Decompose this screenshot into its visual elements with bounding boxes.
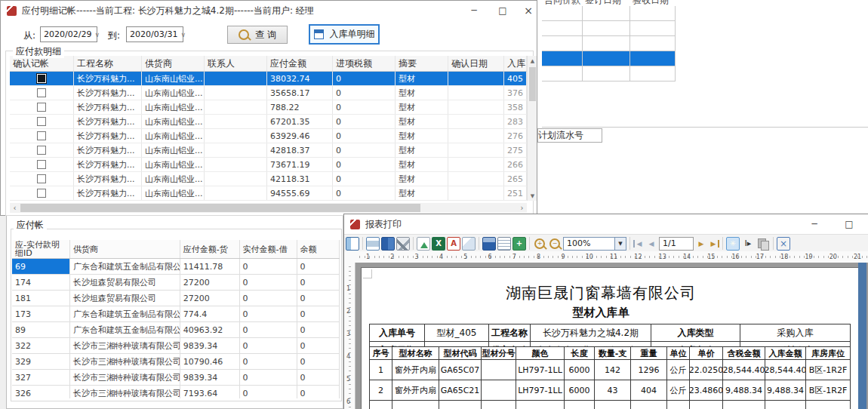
- table-row[interactable]: [542, 21, 676, 36]
- table-row[interactable]: 长沙万科魅力...山东南山铝业...73671.190型材266: [10, 158, 527, 172]
- confirm-checkbox[interactable]: [37, 117, 46, 126]
- column-header[interactable]: 供货商: [142, 56, 205, 71]
- excel-export-icon[interactable]: X: [432, 237, 445, 251]
- maximize-button[interactable]: □: [491, 2, 514, 20]
- confirm-checkbox[interactable]: [37, 189, 46, 198]
- table-row[interactable]: 长沙万科魅力...山东南山铝业...35658.170型材376: [10, 86, 527, 100]
- column-header[interactable]: 验收日期: [630, 0, 676, 6]
- table-row[interactable]: 长沙万科魅力...山东南山铝业...42118.310型材265: [10, 172, 527, 186]
- column-header[interactable]: 联系人: [205, 56, 267, 71]
- table-row[interactable]: [542, 66, 676, 81]
- previous-page-button[interactable]: ◀: [645, 240, 657, 248]
- checkbox-cell[interactable]: [10, 129, 74, 143]
- payable-account-grid[interactable]: 应-实付款明细ID供货商应付金额-货实付金额-借余额69广东合和建筑五金制品有限…: [12, 240, 340, 398]
- column-header[interactable]: 实付金额-借: [240, 240, 297, 258]
- pdf-export-icon[interactable]: A: [447, 237, 460, 251]
- column-header[interactable]: 应-实付款明细ID: [12, 240, 70, 258]
- preview-right-band[interactable]: [858, 263, 866, 409]
- table-row[interactable]: 173广东合和建筑五金制品有限公司774.400: [12, 306, 340, 322]
- column-header[interactable]: 余额: [297, 240, 340, 258]
- scroll-down-icon[interactable]: ▼: [528, 191, 537, 201]
- first-page-button[interactable]: ◀: [633, 240, 644, 248]
- mail-icon[interactable]: [462, 237, 476, 251]
- query-button[interactable]: 查 询: [227, 26, 288, 44]
- minimize-button[interactable]: ─: [463, 2, 485, 20]
- from-date-select[interactable]: 2020/02/29 ∨: [40, 26, 97, 42]
- last-page-button[interactable]: ▶: [709, 240, 719, 248]
- archive-icon[interactable]: +: [512, 237, 526, 251]
- minimize-button[interactable]: ─: [803, 215, 826, 233]
- print-preview-area[interactable]: 123456 湖南巨晟门窗幕墙有限公司 型材入库单 入库单号型材_405工程名称…: [344, 263, 868, 409]
- side-panel-icon[interactable]: [346, 237, 359, 251]
- confirm-checkbox[interactable]: [37, 174, 46, 183]
- column-header[interactable]: 进项税额: [333, 56, 396, 71]
- payable-detail-grid[interactable]: 确认记帐工程名称供货商联系人应付金额进项税额摘要确认日期入库长沙万科魅力...山…: [10, 56, 527, 201]
- text-select-tool-icon[interactable]: I▸: [741, 237, 755, 251]
- zoom-out-icon[interactable]: −: [548, 237, 562, 251]
- table-row[interactable]: 89广东合和建筑五金制品有限公司40963.9200: [12, 322, 340, 338]
- page-setup-icon[interactable]: [381, 237, 395, 251]
- table-row[interactable]: 174长沙坦森贸易有限公司2720000: [12, 275, 340, 291]
- table-row[interactable]: 69广东合和建筑五金制品有限公司11411.7800: [12, 259, 340, 275]
- tools-icon[interactable]: [396, 237, 410, 251]
- table-row[interactable]: 长沙万科魅力...山东南山铝业...94555.690型材251: [10, 186, 527, 201]
- column-header[interactable]: 签订日期: [583, 0, 630, 6]
- zoom-level-select[interactable]: 100% ▼: [563, 237, 626, 251]
- column-header[interactable]: 确认记帐: [10, 56, 74, 71]
- hand-tool-icon[interactable]: ✳: [726, 237, 740, 251]
- maximize-button[interactable]: □: [838, 215, 860, 233]
- confirm-checkbox[interactable]: [37, 146, 46, 155]
- column-header[interactable]: 应付金额-货: [180, 240, 240, 258]
- confirm-checkbox[interactable]: [37, 74, 46, 83]
- save-icon[interactable]: [482, 237, 496, 251]
- scroll-left-icon[interactable]: ‹: [10, 203, 20, 213]
- scrollbar-thumb[interactable]: [20, 204, 420, 212]
- document-icon[interactable]: [497, 237, 511, 251]
- print-icon[interactable]: [366, 237, 380, 251]
- next-page-button[interactable]: ▶: [695, 240, 707, 248]
- confirm-checkbox[interactable]: [37, 88, 46, 97]
- table-row[interactable]: 长沙万科魅力...山东南山铝业...63929.460型材276: [10, 129, 527, 143]
- plan-serial-field[interactable]: 计划流水号: [537, 128, 602, 143]
- checkbox-cell[interactable]: [10, 158, 74, 171]
- scroll-up-icon[interactable]: ▲: [528, 56, 537, 66]
- copy-icon[interactable]: [756, 237, 770, 251]
- table-row[interactable]: 327长沙市三湘特种玻璃有限公司9839.3400: [12, 370, 340, 386]
- column-header[interactable]: 工程名称: [74, 56, 142, 71]
- table-row[interactable]: [542, 51, 676, 66]
- table-row[interactable]: 长沙万科魅力...山东南山铝业...788.220型材358: [10, 100, 527, 115]
- close-button[interactable]: ×: [863, 215, 868, 233]
- checkbox-cell[interactable]: [10, 100, 74, 114]
- close-button[interactable]: ×: [517, 2, 540, 20]
- checkbox-cell[interactable]: [10, 86, 74, 100]
- table-row[interactable]: 329长沙市三湘特种玻璃有限公司10790.4600: [12, 354, 340, 370]
- checkbox-cell[interactable]: [10, 186, 74, 200]
- confirm-checkbox[interactable]: [37, 103, 46, 112]
- close-preview-icon[interactable]: ×: [777, 237, 790, 251]
- table-row[interactable]: 长沙万科魅力...山东南山铝业...38032.740型材405: [10, 72, 527, 86]
- table-row[interactable]: 322长沙市三湘特种玻璃有限公司9839.3400: [12, 338, 340, 354]
- export-icon[interactable]: [417, 237, 430, 251]
- column-header[interactable]: 合同价款: [542, 0, 583, 6]
- to-date-select[interactable]: 2020/03/31 ∨: [126, 26, 183, 42]
- column-header[interactable]: 摘要: [396, 56, 448, 71]
- vertical-scrollbar[interactable]: ▲ ▼: [527, 56, 537, 201]
- inbound-detail-button[interactable]: 入库单明细: [309, 24, 380, 45]
- table-row[interactable]: 长沙万科魅力...山东南山铝业...42818.370型材275: [10, 143, 527, 158]
- table-row[interactable]: 181长沙坦森贸易有限公司2720000: [12, 291, 340, 306]
- zoom-in-icon[interactable]: +: [533, 237, 546, 251]
- checkbox-cell[interactable]: [10, 172, 74, 186]
- table-row[interactable]: 长沙万科魅力...山东南山铝业...67201.350型材283: [10, 115, 527, 129]
- column-header[interactable]: 应付金额: [267, 56, 333, 71]
- page-indicator-input[interactable]: 1/1: [659, 237, 694, 251]
- scroll-right-icon[interactable]: ›: [517, 203, 527, 213]
- confirm-checkbox[interactable]: [37, 160, 46, 169]
- column-header[interactable]: 入库: [504, 56, 527, 71]
- main-titlebar[interactable]: 应付明细记帐------当前工程: 长沙万科魅力之城4.2期------当前用户…: [1, 1, 537, 21]
- checkbox-cell[interactable]: [10, 115, 74, 128]
- confirm-checkbox[interactable]: [37, 131, 46, 140]
- report-titlebar[interactable]: 报表打印: [344, 214, 868, 235]
- checkbox-cell[interactable]: [10, 72, 74, 85]
- table-row[interactable]: [542, 36, 676, 51]
- table-row[interactable]: 326长沙市三湘特种玻璃有限公司7193.6400: [12, 386, 340, 398]
